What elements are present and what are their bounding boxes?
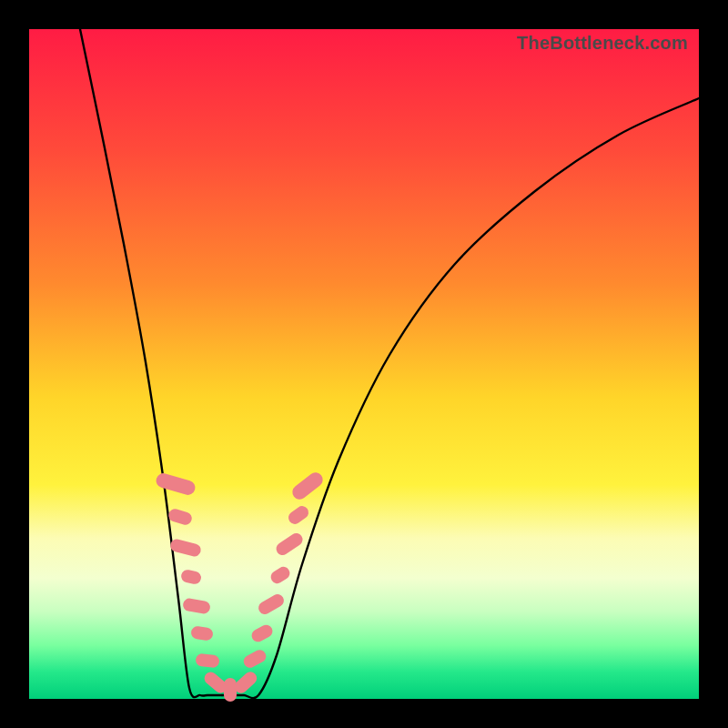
bead-right-4 [274,531,305,558]
bead-left-5 [190,625,214,641]
bead-left-1 [167,508,194,527]
bead-right-1 [249,622,275,644]
plot-area: TheBottleneck.com [29,29,699,699]
bead-left-3 [180,569,202,585]
bead-right-2 [257,592,287,616]
chart-frame: TheBottleneck.com [0,0,728,728]
beads-group [155,470,326,702]
curve-layer [29,29,699,699]
bead-bottom-1 [224,678,237,702]
bead-left-4 [182,598,211,615]
bottleneck-curve-left [80,29,222,697]
bead-right-6 [289,470,326,502]
bead-right-5 [286,503,311,526]
bead-left-6 [195,653,219,669]
bead-left-0 [155,471,197,497]
bead-right-0 [241,648,268,671]
bottleneck-curve-right [222,98,699,698]
bead-right-3 [268,564,292,586]
